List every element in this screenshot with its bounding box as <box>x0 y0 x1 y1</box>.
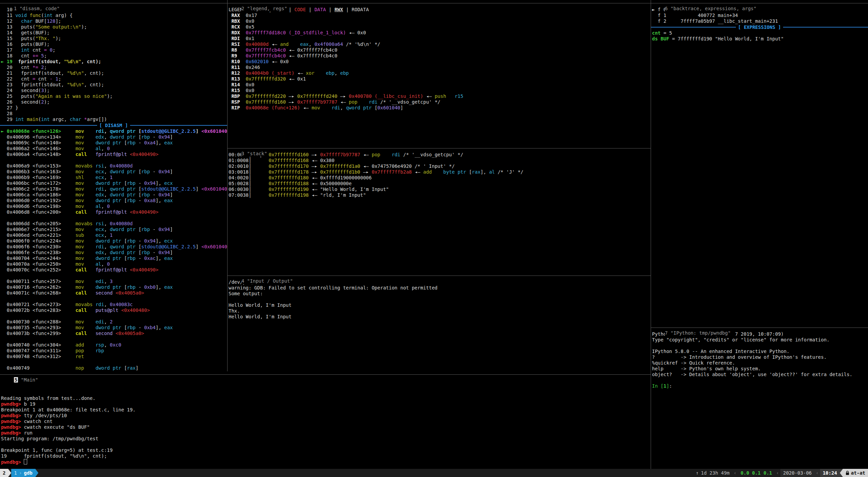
terminal-line: 0x400747 <func+311> pop rbp <box>1 348 227 354</box>
disasm-divider: [ DISASM ] <box>0 122 227 128</box>
terminal-line: R14 0x0 <box>229 82 651 88</box>
pane-disasm-code: 1 "disasm, code" 10 11 void func(int arg… <box>0 0 228 371</box>
pane-title-bar: 6 "backtrace, expressions, args" <box>651 0 868 7</box>
terminal-line: Hello World, I'm Input <box>229 314 651 320</box>
terminal-line: 0x4006f6 <func+230> mov rdi, qword ptr [… <box>1 244 227 250</box>
terminal-line <box>652 343 868 349</box>
terminal-line: 23 fprintf(stdout, "%d\n", cnt); <box>1 82 227 88</box>
terminal-line: 0x4006a2 <func+146> mov al, 0 <box>1 146 227 152</box>
window-tab-gdb[interactable]: 1 › gdb <box>11 469 35 477</box>
terminal-line: 0x400711 <func+257> mov edi, 3 <box>1 279 227 284</box>
pane-number: 7 <box>665 330 668 336</box>
pane-title: "backtrace, expressions, args" <box>671 6 757 11</box>
terminal-line: 14 gets(BUF); <box>1 30 227 36</box>
terminal-line: pwndbg> <box>1 459 651 465</box>
terminal-line: ► 0x40068e <func+126> mov rdi, qword ptr… <box>1 128 227 134</box>
terminal-line: 07:0038│ 0x7fffffffd198 ◂— "rld, I'm Inp… <box>229 192 651 198</box>
terminal-line: Reading symbols from test...done. <box>1 395 651 401</box>
terminal-line: RCX 0x5 <box>229 24 651 30</box>
status-date: 2020-03-06 <box>780 469 814 477</box>
terminal-line: warning: GDB: Failed to set controlling … <box>229 285 651 291</box>
terminal-line: 0x400721 <func+273> movabs rdi, 0x40083c <box>1 302 227 307</box>
terminal-line <box>1 359 227 365</box>
registers-listing: LEGEND: STACK | HEAP | CODE | DATA | RWX… <box>228 7 651 111</box>
terminal-line: 0x4006ca <func+186> mov edx, dword ptr [… <box>1 192 227 198</box>
terminal-line: 0x4006c2 <func+178> mov rdi, qword ptr [… <box>1 186 227 192</box>
pane-title-bar: 3 "stack" <box>228 145 651 152</box>
terminal-line: 0x4006d0 <func+192> mov dword ptr [rbp -… <box>1 198 227 204</box>
terminal-line: 26 second(2); <box>1 99 227 105</box>
terminal-line: ► 19 fprintf(stdout, "%d\n", cnt); <box>1 59 227 65</box>
terminal-line: 0x4006bc <func+172> mov dword ptr [rbp -… <box>1 180 227 186</box>
terminal-line: 27 } <box>1 105 227 111</box>
terminal-line: 24 second(3); <box>1 88 227 93</box>
terminal-line: Hello World, I'm Input <box>229 302 651 308</box>
terminal-line <box>1 378 651 384</box>
terminal-line: %quickref -> Quick reference. <box>652 360 868 366</box>
pane-number: 3 <box>241 151 244 156</box>
session-badge[interactable]: 2 <box>0 469 8 477</box>
gdb-console-listing[interactable]: Reading symbols from test...done.pwndbg>… <box>0 378 651 465</box>
terminal-line: cnt = 5 <box>652 30 868 36</box>
terminal-line: R12 0x4004b0 (_start) ◂— xor ebp, ebp <box>229 70 651 76</box>
terminal-line: pwndbg> cwatch cnt <box>1 419 651 424</box>
terminal-line: Starting program: /tmp/pwndbg/test <box>1 436 651 442</box>
terminal-line: R11 0x246 <box>229 65 651 70</box>
terminal-line: 22 cnt = cnt - 1; <box>1 76 227 82</box>
terminal-line: 04:0020│ 0x7fffffffd180 ◂— 0xffffd190000… <box>229 175 651 181</box>
terminal-line: RIP 0x40068e (func+126) ◂— mov rdi, qwor… <box>229 105 651 111</box>
expressions-listing: cnt = 5ds BUF = 7fffffffd190 "Hello Worl… <box>651 30 868 42</box>
pane-number: 4 <box>241 278 244 284</box>
terminal-line: 0x4006a9 <func+153> movabs rsi, 0x40080d <box>1 163 227 169</box>
terminal-line: 0x400740 <func+304> add rsp, 0xc0 <box>1 342 227 348</box>
terminal-line: RSI 0x40080d ◂— and eax, 0x4f000a64 /* '… <box>229 41 651 47</box>
uptime-indicator: ↑ 1d 23h 49m <box>693 469 733 477</box>
terminal-line: pwndbg> b 19 <box>1 401 651 407</box>
terminal-line: 0x4006dd <func+205> movabs rsi, 0x40080d <box>1 221 227 227</box>
terminal-line: R13 0x7fffffffd320 ◂— 0x1 <box>229 76 651 82</box>
terminal-line: 28 <box>1 111 227 117</box>
terminal-line: 19 fprintf(stdout, "%d\n", cnt); <box>1 453 651 459</box>
pane-title: "Input / Output" <box>247 278 293 284</box>
terminal-line: RSP 0x7fffffffd160 —▸ 0x7ffff7b97787 ◂— … <box>229 99 651 105</box>
terminal-line: Thx. <box>229 308 651 314</box>
terminal-line: object? -> Details about 'object', use '… <box>652 372 868 377</box>
pane-number: 6 <box>665 6 668 11</box>
terminal-line: 0x4006b3 <func+163> mov ecx, dword ptr [… <box>1 169 227 175</box>
powerline-arrow-icon <box>35 469 38 477</box>
pane-main-gdb[interactable]: 5 "Main" Reading symbols from test...don… <box>0 371 651 469</box>
pane-number: 1 <box>14 6 17 11</box>
terminal-line <box>652 377 868 383</box>
disassembly-listing: ► 0x40068e <func+126> mov rdi, qword ptr… <box>0 128 227 371</box>
terminal-line: 18 cnt += 5; <box>1 53 227 59</box>
terminal-line: Type "copyright", "credits" or "license"… <box>652 337 868 343</box>
terminal-line: 16 puts(BUF); <box>1 41 227 47</box>
load-average-value: 0.0 0.1 0.1 <box>741 470 772 476</box>
window-name: gdb <box>24 470 32 476</box>
terminal-line: RDX 0x7ffff7dd18c0 (_IO_stdfile_1_lock) … <box>229 30 651 36</box>
terminal-line: 17 int cnt = 0; <box>1 47 227 53</box>
terminal-line: 12 char BUF[128]; <box>1 18 227 24</box>
terminal-line: RDI 0x1 <box>229 36 651 41</box>
terminal-line: 03:0018│ 0x7fffffffd178 —▸ 0x7fffffffd1b… <box>229 169 651 175</box>
terminal-line: 0x4006b9 <func+169> shl ecx, 1 <box>1 175 227 180</box>
load-average: 0.0 0.1 0.1 <box>738 469 775 477</box>
terminal-line: 0x40072b <func+283> call puts@plt <0x400… <box>1 307 227 313</box>
status-separator-icon: ‹ <box>732 469 738 477</box>
terminal-line: 0x40069c <func+140> mov dword ptr [rbp -… <box>1 140 227 146</box>
pane-title-bar: 4 "Input / Output" <box>228 272 651 279</box>
status-clock: 10:24 <box>820 469 840 477</box>
terminal-line <box>1 157 227 163</box>
stack-listing: 00:0000│ rsp 0x7fffffffd160 —▸ 0x7ffff7b… <box>228 152 651 198</box>
terminal-line: 29 int main(int argc, char *argv[]) <box>1 117 227 122</box>
terminal-line: ? -> Introduction and overview of IPytho… <box>652 354 868 360</box>
terminal-line: 0x4006d8 <func+200> call fprintf@plt <0x… <box>1 209 227 215</box>
terminal-line <box>229 297 651 302</box>
terminal-line: 0x4006f0 <func+224> mov dword ptr [rbp -… <box>1 238 227 244</box>
hostname-value: at-at <box>851 470 865 476</box>
terminal-line: f 1 400772 main+34 <box>652 13 868 18</box>
pane-title: "disasm, code" <box>20 6 60 11</box>
source-code-listing: 10 11 void func(int arg) { 12 char BUF[1… <box>0 7 227 122</box>
terminal-line: 02:0010│ 0x7fffffffd170 —▸ 0x7fffffffd1a… <box>229 163 651 169</box>
pane-title: "IPython: tmp/pwndbg" <box>671 330 731 336</box>
